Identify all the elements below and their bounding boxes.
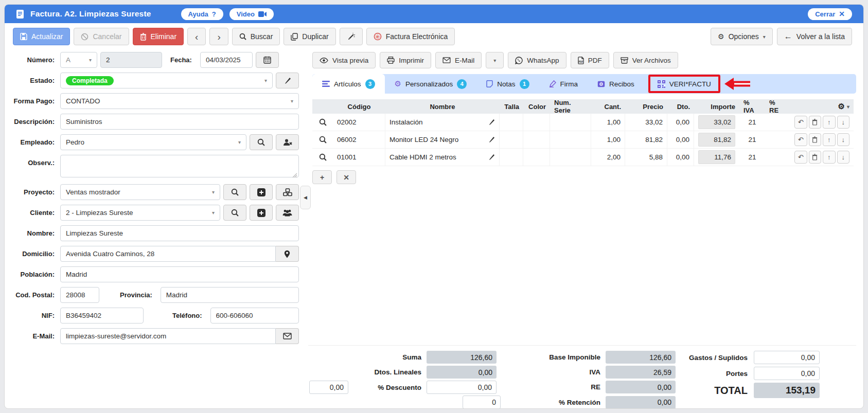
row-delete-button[interactable] bbox=[809, 133, 822, 146]
cell-re[interactable] bbox=[765, 131, 789, 149]
row-undo-button[interactable]: ↶ bbox=[794, 133, 807, 146]
tab-firma[interactable]: Firma bbox=[539, 74, 588, 94]
serie-select[interactable]: A▾ bbox=[60, 52, 97, 68]
cell-codigo[interactable]: 06002 bbox=[333, 131, 385, 149]
cell-num-serie[interactable] bbox=[550, 114, 591, 131]
whatsapp-button[interactable]: WhatsApp bbox=[508, 52, 566, 68]
proyecto-select[interactable]: Ventas mostrador▾ bbox=[60, 184, 220, 200]
options-button[interactable]: ⚙ Opciones ▾ bbox=[711, 28, 773, 45]
nif-input[interactable] bbox=[60, 308, 144, 324]
clear-lines-button[interactable]: ✕ bbox=[336, 170, 356, 184]
search-project-button[interactable] bbox=[223, 184, 246, 200]
edit-status-button[interactable] bbox=[276, 73, 299, 88]
cell-re[interactable] bbox=[765, 114, 789, 131]
domicilio-input[interactable] bbox=[60, 246, 276, 262]
pencil-icon[interactable] bbox=[488, 154, 495, 160]
save-button[interactable]: Actualizar bbox=[13, 28, 70, 45]
row-delete-button[interactable] bbox=[809, 116, 822, 129]
cell-cant[interactable]: 2,00 bbox=[591, 149, 625, 166]
portes-input[interactable] bbox=[754, 367, 820, 380]
row-move-down-button[interactable]: ↓ bbox=[837, 116, 850, 129]
row-search-button[interactable] bbox=[312, 131, 333, 149]
cliente-select[interactable]: 2 - Limpiezas Sureste▾ bbox=[60, 205, 220, 221]
close-button[interactable]: Cerrar ✕ bbox=[808, 8, 852, 20]
cell-precio[interactable]: 33,02 bbox=[625, 114, 667, 131]
duplicate-button[interactable]: Duplicar bbox=[284, 28, 335, 45]
tab-notas[interactable]: Notas 1 bbox=[476, 74, 539, 94]
cell-cant[interactable]: 1,00 bbox=[591, 114, 625, 131]
back-to-list-button[interactable]: ← Volver a la lista bbox=[777, 28, 852, 45]
tab-articulos[interactable]: Artículos 3 bbox=[312, 74, 385, 94]
print-button[interactable]: Imprimir bbox=[380, 52, 431, 68]
preview-button[interactable]: Vista previa bbox=[312, 52, 376, 68]
columns-settings[interactable]: ⚙▾ bbox=[789, 99, 854, 114]
cell-dto[interactable]: 0,00 bbox=[667, 114, 694, 131]
row-move-up-button[interactable]: ↑ bbox=[823, 151, 836, 164]
row-move-up-button[interactable]: ↑ bbox=[823, 116, 836, 129]
telefono-input[interactable] bbox=[210, 308, 299, 324]
delete-button[interactable]: Eliminar bbox=[133, 28, 184, 45]
descripcion-input[interactable] bbox=[60, 114, 299, 130]
row-search-button[interactable] bbox=[312, 114, 333, 131]
electronic-invoice-button[interactable]: e Factura Electrónica bbox=[366, 28, 455, 45]
pencil-icon[interactable] bbox=[488, 119, 495, 125]
cell-codigo[interactable]: 01001 bbox=[333, 149, 385, 166]
cell-color[interactable] bbox=[523, 131, 550, 149]
map-pin-button[interactable] bbox=[276, 246, 299, 262]
project-modules-button[interactable] bbox=[276, 184, 299, 200]
poblacion-input[interactable] bbox=[60, 266, 299, 282]
cell-iva[interactable]: 21 bbox=[739, 114, 765, 131]
cod-postal-input[interactable] bbox=[60, 287, 99, 303]
add-project-button[interactable] bbox=[250, 184, 273, 200]
remove-employee-button[interactable] bbox=[276, 134, 299, 150]
row-undo-button[interactable]: ↶ bbox=[794, 151, 807, 164]
cell-nombre[interactable]: Instalación bbox=[385, 114, 500, 131]
resize-grip-icon[interactable] bbox=[292, 173, 297, 178]
cell-color[interactable] bbox=[523, 114, 550, 131]
numero-input[interactable] bbox=[100, 52, 162, 68]
cell-num-serie[interactable] bbox=[550, 131, 591, 149]
estado-select[interactable]: Completada ▾ bbox=[60, 73, 273, 88]
provincia-input[interactable] bbox=[161, 287, 299, 303]
row-search-button[interactable] bbox=[312, 149, 333, 166]
collapse-panel-handle[interactable]: ◀ bbox=[300, 186, 311, 209]
row-move-down-button[interactable]: ↓ bbox=[837, 151, 850, 164]
observ-textarea[interactable] bbox=[60, 155, 299, 177]
fecha-input[interactable] bbox=[200, 52, 253, 68]
edit-series-button[interactable] bbox=[340, 28, 363, 45]
pdf-button[interactable]: PDF PDF bbox=[571, 52, 609, 68]
empleado-select[interactable]: Pedro▾ bbox=[60, 134, 246, 150]
view-files-button[interactable]: Ver Archivos bbox=[613, 52, 678, 68]
gastos-input[interactable] bbox=[754, 351, 820, 364]
cell-nombre[interactable]: Monitor LED 24 Negro bbox=[385, 131, 500, 149]
search-client-button[interactable] bbox=[223, 205, 246, 221]
video-button[interactable]: Video bbox=[229, 8, 274, 20]
tab-personalizados[interactable]: ⚙ Personalizados 4 bbox=[385, 74, 477, 94]
row-undo-button[interactable]: ↶ bbox=[794, 116, 807, 129]
cell-precio[interactable]: 5,88 bbox=[625, 149, 667, 166]
email-document-button[interactable]: E-Mail bbox=[435, 52, 482, 68]
pencil-icon[interactable] bbox=[488, 136, 495, 143]
tab-verifactu[interactable]: VERI*FACTU bbox=[650, 80, 718, 88]
row-move-up-button[interactable]: ↑ bbox=[823, 133, 836, 146]
send-email-button[interactable] bbox=[276, 328, 299, 344]
add-client-button[interactable] bbox=[250, 205, 273, 221]
row-delete-button[interactable] bbox=[809, 151, 822, 164]
forma-pago-select[interactable]: CONTADO▾ bbox=[60, 93, 299, 109]
cell-re[interactable] bbox=[765, 149, 789, 166]
help-button[interactable]: Ayuda? bbox=[181, 8, 223, 20]
next-record-button[interactable]: › bbox=[209, 28, 228, 45]
cell-codigo[interactable]: 02002 bbox=[333, 114, 385, 131]
cell-num-serie[interactable] bbox=[550, 149, 591, 166]
cell-talla[interactable] bbox=[500, 114, 523, 131]
cell-cant[interactable]: 1,00 bbox=[591, 131, 625, 149]
cell-dto[interactable]: 0,00 bbox=[667, 149, 694, 166]
calendar-button[interactable] bbox=[256, 52, 279, 68]
cell-color[interactable] bbox=[523, 149, 550, 166]
cell-iva[interactable]: 21 bbox=[739, 149, 765, 166]
cell-nombre[interactable]: Cable HDMI 2 metros bbox=[385, 149, 500, 166]
descuento-extra-input[interactable] bbox=[309, 381, 348, 394]
search-button[interactable]: Buscar bbox=[232, 28, 280, 45]
nombre-input[interactable] bbox=[60, 225, 299, 241]
clients-list-button[interactable] bbox=[276, 205, 299, 221]
